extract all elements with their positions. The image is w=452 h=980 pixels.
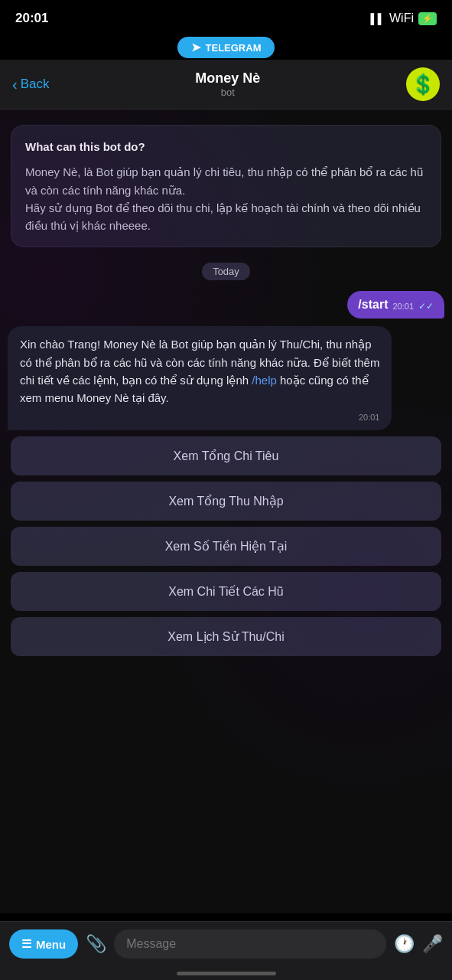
incoming-time: 20:01 [20,411,379,424]
menu-button[interactable]: ☰ Menu [9,929,78,959]
outgoing-bubble: /start 20:01 ✓✓ [347,291,444,318]
incoming-bubble: Xin chào Trang! Money Nè là Bot giúp bạn… [8,326,392,430]
outgoing-text: /start [358,298,388,312]
status-time: 20:01 [15,11,48,26]
emoji-icon[interactable]: 🕐 [394,934,415,954]
outgoing-message-row: /start 20:01 ✓✓ [8,291,444,318]
telegram-label: TELEGRAM [206,42,262,54]
bot-button-0[interactable]: Xem Tổng Chi Tiêu [11,436,441,475]
telegram-arrow-icon: ➤ [191,41,201,54]
chat-title: Money Nè [195,70,260,87]
avatar-emoji: 💲 [411,73,435,96]
bot-button-2[interactable]: Xem Số Tiền Hiện Tại [11,527,441,566]
back-chevron-icon: ‹ [12,76,18,93]
battery-icon: ⚡ [418,12,437,25]
read-receipt-icon: ✓✓ [418,301,434,312]
outgoing-time: 20:01 [392,302,414,311]
bot-info-card: What can this bot do? Money Nè, là Bot g… [11,125,441,247]
status-bar: 20:01 ▌▌ WiFi ⚡ [0,0,452,34]
back-label: Back [21,77,50,92]
menu-hamburger-icon: ☰ [21,937,31,951]
date-sep-label: Today [202,263,250,280]
avatar[interactable]: 💲 [406,67,440,101]
back-button[interactable]: ‹ Back [12,76,49,93]
microphone-icon[interactable]: 🎤 [422,934,443,954]
bot-button-list: Xem Tổng Chi TiêuXem Tổng Thu NhậpXem Số… [11,436,441,656]
header-center: Money Nè bot [195,70,260,98]
bot-button-3[interactable]: Xem Chi Tiết Các Hũ [11,572,441,611]
home-bar [177,972,276,975]
help-link[interactable]: /help [252,374,277,387]
home-indicator [0,972,452,975]
wifi-icon: WiFi [389,11,414,25]
chat-subtitle: bot [195,87,260,98]
info-card-body: Money Nè, là Bot giúp bạn quản lý chi ti… [25,163,427,234]
bot-button-4[interactable]: Xem Lịch Sử Thu/Chi [11,617,441,656]
attach-icon[interactable]: 📎 [86,934,106,954]
status-icons: ▌▌ WiFi ⚡ [371,11,437,25]
bot-button-1[interactable]: Xem Tổng Thu Nhập [11,482,441,521]
message-input[interactable] [114,929,386,959]
chat-header: ‹ Back Money Nè bot 💲 [0,60,452,109]
incoming-message-row: Xin chào Trang! Money Nè là Bot giúp bạn… [8,326,444,430]
info-card-title: What can this bot do? [25,138,427,155]
chat-background: What can this bot do? Money Nè, là Bot g… [0,109,452,913]
date-separator: Today [8,263,444,280]
signal-icon: ▌▌ [371,13,385,24]
telegram-banner: ➤ TELEGRAM [0,34,452,60]
menu-label: Menu [36,938,66,951]
telegram-pill: ➤ TELEGRAM [177,37,275,58]
